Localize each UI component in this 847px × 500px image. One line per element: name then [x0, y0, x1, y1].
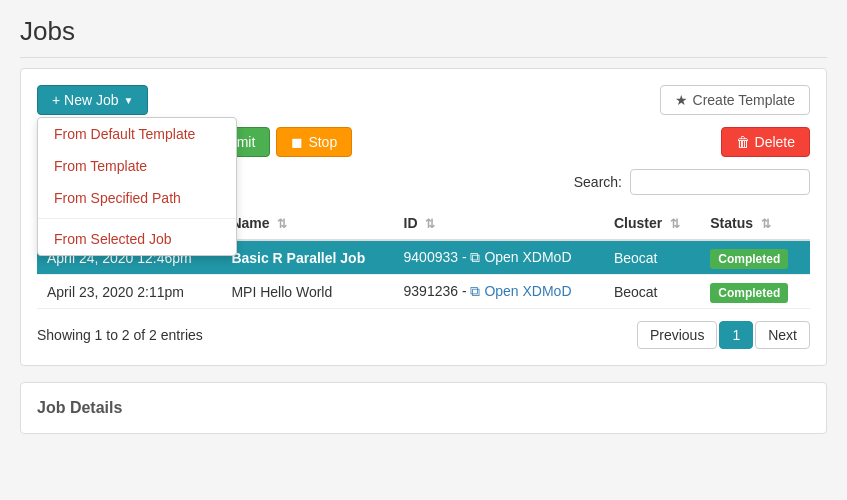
showing-text: Showing 1 to 2 of 2 entries: [37, 327, 203, 343]
stop-button[interactable]: ◼ Stop: [276, 127, 352, 157]
table-row[interactable]: April 23, 2020 2:11pm MPI Hello World 93…: [37, 275, 810, 309]
dropdown-from-specified-path[interactable]: From Specified Path: [38, 182, 236, 214]
top-toolbar: + New Job ▼ From Default Template From T…: [37, 85, 810, 115]
cell-id-2: 9391236 - ⧉ Open XDMoD: [394, 275, 604, 309]
card-body: + New Job ▼ From Default Template From T…: [21, 69, 826, 365]
job-details-title: Job Details: [37, 399, 122, 416]
cell-cluster-1: Beocat: [604, 240, 700, 275]
job-name-2: MPI Hello World: [231, 284, 332, 300]
cell-status-1: Completed: [700, 240, 810, 275]
cell-created-2: April 23, 2020 2:11pm: [37, 275, 221, 309]
cell-id-1: 9400933 - ⧉ Open XDMoD: [394, 240, 604, 275]
cell-status-2: Completed: [700, 275, 810, 309]
job-id-link-label-2: Open XDMoD: [484, 283, 571, 299]
sort-status-icon[interactable]: ⇅: [761, 217, 771, 231]
external-link-icon-2: ⧉: [470, 283, 480, 299]
status-badge-2: Completed: [710, 283, 788, 303]
sort-name-icon[interactable]: ⇅: [277, 217, 287, 231]
dropdown-from-template[interactable]: From Template: [38, 150, 236, 182]
pagination: Previous 1 Next: [637, 321, 810, 349]
status-badge-1: Completed: [710, 249, 788, 269]
col-id: ID ⇅: [394, 207, 604, 240]
job-id-text-1: 9400933 -: [404, 249, 467, 265]
job-details-card: Job Details: [20, 382, 827, 434]
new-job-label: + New Job: [52, 92, 119, 108]
caret-icon: ▼: [124, 95, 134, 106]
external-link-icon-1: ⧉: [470, 249, 480, 265]
cell-name-2: MPI Hello World: [221, 275, 393, 309]
dropdown-divider: [38, 218, 236, 219]
previous-button[interactable]: Previous: [637, 321, 717, 349]
job-id-link-2[interactable]: ⧉ Open XDMoD: [470, 283, 571, 299]
main-content: Jobs + New Job ▼ From Default Template: [0, 0, 847, 450]
cell-name-1: Basic R Parallel Job: [221, 240, 393, 275]
page-wrapper: Jobs + New Job ▼ From Default Template: [0, 0, 847, 500]
dropdown-from-default-template[interactable]: From Default Template: [38, 118, 236, 150]
new-job-button[interactable]: + New Job ▼: [37, 85, 148, 115]
toolbar-left: + New Job ▼ From Default Template From T…: [37, 85, 148, 115]
stop-icon: ◼: [291, 134, 303, 150]
col-name: Name ⇅: [221, 207, 393, 240]
job-id-link-1[interactable]: ⧉ Open XDMoD: [470, 249, 571, 265]
next-button[interactable]: Next: [755, 321, 810, 349]
job-id-link-label-1: Open XDMoD: [484, 249, 571, 265]
create-template-button[interactable]: ★ Create Template: [660, 85, 810, 115]
col-status: Status ⇅: [700, 207, 810, 240]
new-job-dropdown: From Default Template From Template From…: [37, 117, 237, 256]
page-title: Jobs: [20, 16, 827, 58]
search-input[interactable]: [630, 169, 810, 195]
create-template-label: Create Template: [693, 92, 795, 108]
star-icon: ★: [675, 92, 688, 108]
search-label: Search:: [574, 174, 622, 190]
trash-icon: 🗑: [736, 134, 750, 150]
page-1-button[interactable]: 1: [719, 321, 753, 349]
sort-cluster-icon[interactable]: ⇅: [670, 217, 680, 231]
job-name-1: Basic R Parallel Job: [231, 250, 365, 266]
delete-button[interactable]: 🗑 Delete: [721, 127, 810, 157]
col-cluster: Cluster ⇅: [604, 207, 700, 240]
delete-label: Delete: [755, 134, 795, 150]
pagination-row: Showing 1 to 2 of 2 entries Previous 1 N…: [37, 321, 810, 349]
jobs-card: + New Job ▼ From Default Template From T…: [20, 68, 827, 366]
stop-label: Stop: [308, 134, 337, 150]
cell-cluster-2: Beocat: [604, 275, 700, 309]
dropdown-from-selected-job[interactable]: From Selected Job: [38, 223, 236, 255]
job-id-text-2: 9391236 -: [404, 283, 467, 299]
sort-id-icon[interactable]: ⇅: [425, 217, 435, 231]
